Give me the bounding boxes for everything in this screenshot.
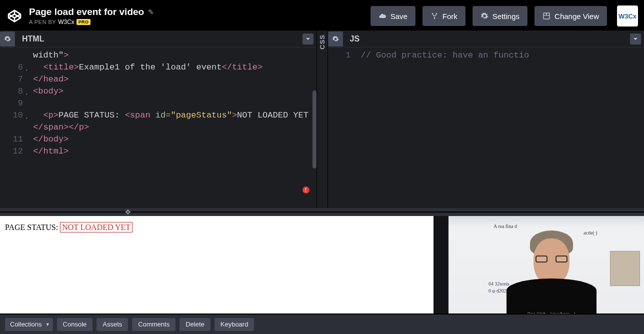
- html-code-lines[interactable]: width"> <title>Example1 of the 'load' ev…: [26, 48, 316, 208]
- keyboard-button[interactable]: Keyboard: [214, 318, 254, 331]
- panel-title-css: CSS: [318, 34, 326, 50]
- header: Page load event for video ✎ A PEN BY W3C…: [0, 2, 644, 30]
- panel-html: HTML 6▾78▾910▾1112 width"> <title>Exampl…: [0, 30, 317, 208]
- html-editor[interactable]: 6▾78▾910▾1112 width"> <title>Example1 of…: [0, 48, 316, 208]
- scrollbar-thumb[interactable]: [312, 90, 316, 168]
- fork-button[interactable]: Fork: [422, 6, 466, 26]
- footer: Collections ▼ Console Assets Comments De…: [0, 314, 644, 334]
- title-block: Page load event for video ✎ A PEN BY W3C…: [29, 6, 154, 26]
- js-editor[interactable]: 1 // Good practice: have an functio: [328, 48, 644, 208]
- delete-button[interactable]: Delete: [180, 318, 210, 331]
- editors-row: HTML 6▾78▾910▾1112 width"> <title>Exampl…: [0, 30, 644, 208]
- save-button[interactable]: Save: [370, 6, 416, 26]
- pro-badge: PRO: [76, 19, 90, 25]
- collections-select[interactable]: Collections ▼: [5, 318, 53, 331]
- gear-icon: [4, 36, 11, 42]
- pen-title[interactable]: Page load event for video: [29, 6, 144, 18]
- chevron-down-icon: [633, 36, 638, 42]
- gear-icon: [480, 12, 488, 20]
- assets-button[interactable]: Assets: [96, 318, 128, 331]
- js-code-lines[interactable]: // Good practice: have an functio: [354, 48, 644, 208]
- horizontal-resizer[interactable]: ✥: [0, 208, 644, 216]
- avatar[interactable]: W3Cx: [617, 6, 638, 26]
- video-overlay[interactable]: A rea fina d acde(·) 04 32sonu 0 φ d2020…: [434, 216, 644, 314]
- panel-header-html: HTML: [0, 30, 316, 48]
- cloud-icon: [378, 12, 386, 20]
- caret-down-icon: ▼: [46, 322, 50, 327]
- js-settings-button[interactable]: [328, 32, 343, 46]
- js-dropdown-button[interactable]: [630, 34, 641, 44]
- codepen-logo-icon[interactable]: [7, 8, 22, 24]
- panel-title-js: JS: [350, 34, 360, 44]
- js-line-gutter: 1: [328, 48, 354, 208]
- html-dropdown-button[interactable]: [302, 34, 314, 44]
- settings-button[interactable]: Settings: [472, 6, 528, 26]
- presenter: . One Web · Anywhere · A..: [506, 216, 596, 314]
- html-line-gutter: 6▾78▾910▾1112: [0, 48, 26, 208]
- change-view-button[interactable]: Change View: [534, 6, 607, 26]
- gear-icon: [332, 36, 339, 42]
- preview-pane[interactable]: PAGE STATUS: NOT LOADED YET: [0, 216, 434, 314]
- panel-js: JS 1 // Good practice: have an functio: [328, 30, 644, 208]
- preview-status: NOT LOADED YET: [60, 222, 132, 232]
- layout-icon: [542, 12, 550, 20]
- fork-icon: [430, 12, 438, 20]
- move-cursor-icon: ✥: [125, 208, 131, 216]
- preview-label: PAGE STATUS:: [5, 223, 60, 232]
- panel-header-js: JS: [328, 30, 644, 48]
- error-badge[interactable]: !: [302, 186, 310, 194]
- html-settings-button[interactable]: [0, 32, 15, 46]
- console-button[interactable]: Console: [57, 318, 93, 331]
- comments-button[interactable]: Comments: [132, 318, 176, 331]
- edit-title-icon[interactable]: ✎: [148, 8, 154, 16]
- chevron-down-icon: [306, 36, 310, 42]
- author-link[interactable]: W3Cx: [58, 18, 74, 26]
- output-row: PAGE STATUS: NOT LOADED YET A rea fina d…: [0, 216, 644, 314]
- subtitle-prefix: A PEN BY: [29, 19, 56, 25]
- panel-title-html: HTML: [22, 34, 44, 44]
- panel-css-collapsed[interactable]: CSS: [317, 30, 328, 208]
